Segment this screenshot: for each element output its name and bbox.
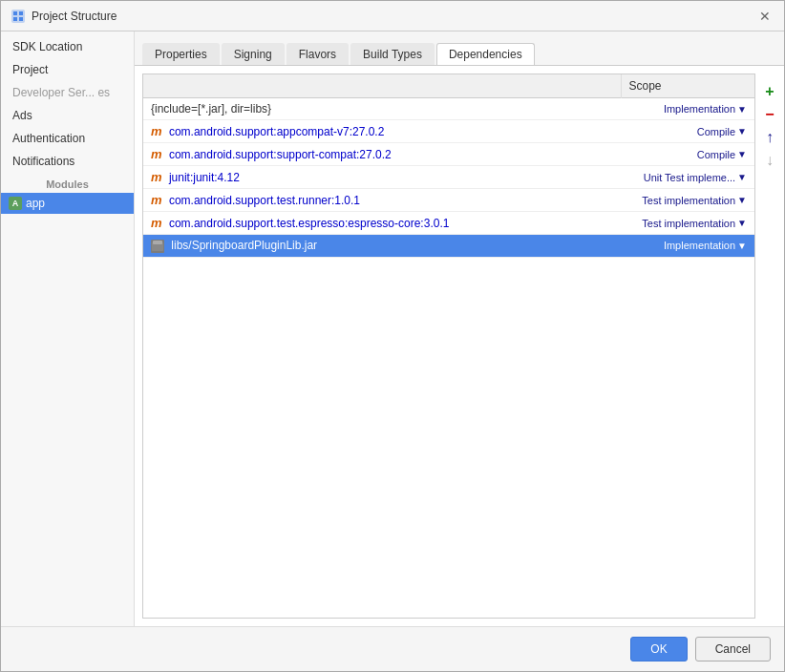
scope-cell: Compile ▼ [621,143,754,166]
svg-rect-3 [13,17,17,21]
scope-dropdown[interactable]: Implementation [664,103,735,115]
dependencies-table-container: Scope {include=[*.jar], dir=libs} [142,74,755,619]
tab-signing[interactable]: Signing [222,43,285,65]
scope-cell: Implementation ▼ [621,98,754,120]
svg-rect-2 [19,11,23,15]
scope-arrow-icon[interactable]: ▼ [737,241,747,251]
dep-name-cell: m com.android.support.test.espresso:espr… [143,212,621,235]
sidebar: SDK Location Project Developer Ser... es… [1,32,135,626]
module-icon: A [9,197,22,210]
scope-arrow-icon[interactable]: ▼ [737,218,747,228]
close-button[interactable]: ✕ [755,7,774,26]
modules-section-header: Modules [1,173,134,193]
dialog-title: Project Structure [32,10,117,23]
scope-column-header: Scope [621,74,754,98]
scope-cell: Implementation ▼ [621,235,754,258]
maven-icon: m [151,147,162,161]
sidebar-item-ads[interactable]: Ads [1,104,134,127]
table-row[interactable]: m com.android.support:support-compat:27.… [143,143,754,166]
scope-dropdown[interactable]: Implementation [664,240,735,251]
sidebar-item-sdk-location[interactable]: SDK Location [1,35,134,58]
scope-arrow-icon[interactable]: ▼ [737,149,747,159]
scope-dropdown[interactable]: Test implementation [642,218,735,229]
ok-button[interactable]: OK [630,637,687,662]
title-bar: Project Structure ✕ [1,1,784,32]
dep-name-cell: {include=[*.jar], dir=libs} [143,98,621,120]
side-actions-panel: + − ↑ ↓ [755,74,784,619]
scope-arrow-icon[interactable]: ▼ [737,195,747,205]
dependencies-table: Scope {include=[*.jar], dir=libs} [143,74,754,258]
scope-dropdown[interactable]: Test implementation [642,195,735,206]
sidebar-item-project[interactable]: Project [1,58,134,81]
table-row[interactable]: m com.android.support.test.runner:1.0.1 … [143,189,754,212]
maven-icon: m [151,216,162,230]
dep-name-cell: m junit:junit:4.12 [143,166,621,189]
sidebar-item-notifications[interactable]: Notifications [1,150,134,173]
scope-arrow-icon[interactable]: ▼ [737,126,747,136]
sidebar-module-app[interactable]: A app [1,193,134,214]
tab-dependencies[interactable]: Dependencies [436,43,535,65]
tab-build-types[interactable]: Build Types [350,43,435,65]
tab-properties[interactable]: Properties [142,43,220,65]
cancel-button[interactable]: Cancel [695,637,771,662]
table-row[interactable]: m junit:junit:4.12 Unit Test impleme... … [143,166,754,189]
maven-icon: m [151,193,162,207]
dep-name-cell: libs/SpringboardPluginLib.jar [143,235,621,258]
table-row-selected[interactable]: libs/SpringboardPluginLib.jar Implementa… [143,235,754,258]
scope-cell: Test implementation ▼ [621,212,754,235]
scope-arrow-icon[interactable]: ▼ [737,104,747,115]
table-area: Scope {include=[*.jar], dir=libs} [135,66,784,626]
scope-dropdown[interactable]: Compile [697,149,735,160]
table-row[interactable]: m com.android.support:appcompat-v7:27.0.… [143,120,754,143]
remove-dependency-button[interactable]: − [759,104,780,125]
table-row[interactable]: {include=[*.jar], dir=libs} Implementati… [143,98,754,120]
dep-name-cell: m com.android.support:support-compat:27.… [143,143,621,166]
scope-arrow-icon[interactable]: ▼ [737,172,747,182]
add-dependency-button[interactable]: + [759,81,780,102]
maven-icon: m [151,170,162,184]
svg-rect-4 [19,17,23,21]
move-up-button[interactable]: ↑ [759,127,780,148]
scope-dropdown[interactable]: Unit Test impleme... [644,172,735,183]
svg-rect-6 [153,241,162,244]
move-down-button[interactable]: ↓ [759,150,780,171]
module-app-label: app [26,197,45,210]
table-row[interactable]: m com.android.support.test.espresso:espr… [143,212,754,235]
scope-cell: Compile ▼ [621,120,754,143]
tabs-bar: Properties Signing Flavors Build Types D… [135,32,784,66]
scope-cell: Unit Test impleme... ▼ [621,166,754,189]
content-area: SDK Location Project Developer Ser... es… [1,32,784,626]
scope-dropdown[interactable]: Compile [697,126,735,137]
sidebar-item-developer-services[interactable]: Developer Ser... es [1,81,134,104]
jar-icon [151,240,164,253]
sidebar-item-authentication[interactable]: Authentication [1,127,134,150]
scope-cell: Test implementation ▼ [621,189,754,212]
dep-name-cell: m com.android.support.test.runner:1.0.1 [143,189,621,212]
dep-column-header [143,74,621,98]
dialog-footer: OK Cancel [1,626,784,671]
project-structure-dialog: Project Structure ✕ SDK Location Project… [0,0,785,672]
dialog-icon [11,9,26,24]
main-panel: Properties Signing Flavors Build Types D… [135,32,784,626]
tab-flavors[interactable]: Flavors [286,43,349,65]
dep-name-cell: m com.android.support:appcompat-v7:27.0.… [143,120,621,143]
maven-icon: m [151,124,162,138]
svg-rect-1 [13,11,17,15]
